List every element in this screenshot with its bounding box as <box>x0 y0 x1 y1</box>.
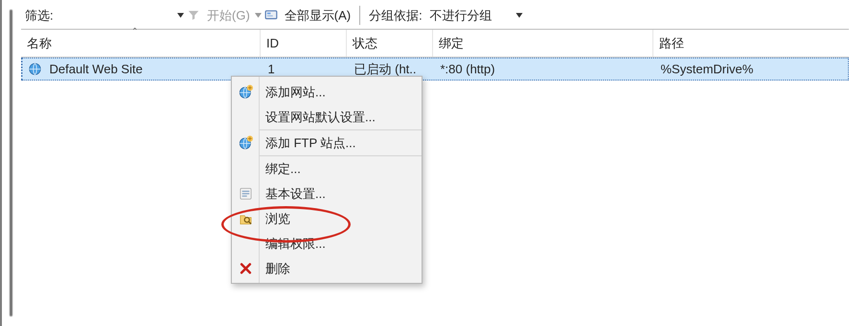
column-header-name[interactable]: 名称 ⌃ <box>21 30 261 57</box>
left-edge-decoration <box>2 0 21 326</box>
globe-new-icon <box>239 136 253 150</box>
svg-rect-0 <box>265 11 276 19</box>
properties-icon <box>239 186 253 201</box>
row-path: %SystemDrive% <box>655 62 848 77</box>
menu-basic-settings[interactable]: 基本设置... <box>232 181 422 206</box>
group-by-label: 分组依据: <box>365 7 426 24</box>
menu-bindings-label: 绑定... <box>265 161 301 177</box>
start-dropdown-icon <box>255 13 262 18</box>
row-name: Default Web Site <box>49 62 143 77</box>
row-binding: *:80 (http) <box>434 62 655 77</box>
menu-bindings[interactable]: 绑定... <box>232 156 422 181</box>
group-by-dropdown-icon[interactable] <box>516 13 523 18</box>
column-header-name-label: 名称 <box>27 35 52 52</box>
delete-icon <box>239 261 253 276</box>
column-header-binding-label: 绑定 <box>439 35 464 52</box>
menu-edit-permissions-label: 编辑权限... <box>265 235 326 252</box>
column-header-state[interactable]: 状态 <box>347 30 433 57</box>
column-header-binding[interactable]: 绑定 <box>433 30 653 57</box>
svg-rect-1 <box>267 12 270 14</box>
show-all-icon[interactable] <box>264 9 278 22</box>
column-header-path-label: 路径 <box>659 35 684 52</box>
menu-edit-permissions[interactable]: 编辑权限... <box>232 231 422 256</box>
context-menu: 添加网站... 设置网站默认设置... 添加 FTP 站点... 绑定... <box>231 76 423 284</box>
menu-browse-label: 浏览 <box>265 210 290 227</box>
group-by-value[interactable]: 不进行分组 <box>426 7 515 24</box>
menu-site-defaults[interactable]: 设置网站默认设置... <box>232 105 422 129</box>
menu-browse[interactable]: 浏览 <box>232 206 422 231</box>
menu-basic-settings-label: 基本设置... <box>265 186 326 202</box>
column-header-row: 名称 ⌃ ID 状态 绑定 路径 <box>21 30 849 58</box>
svg-rect-2 <box>267 15 273 16</box>
menu-add-ftp-label: 添加 FTP 站点... <box>265 135 356 151</box>
toolbar: 筛选: 开始(G) 全部显示(A) 分组依据: 不进行分组 <box>21 0 849 30</box>
filter-label: 筛选: <box>21 7 62 24</box>
svg-rect-9 <box>242 191 250 192</box>
column-header-path[interactable]: 路径 <box>653 30 849 57</box>
column-header-state-label: 状态 <box>353 35 377 52</box>
column-header-id-label: ID <box>266 36 279 51</box>
sort-asc-icon: ⌃ <box>131 26 138 36</box>
funnel-icon <box>187 9 200 22</box>
toolbar-separator <box>359 6 360 25</box>
folder-search-icon <box>239 211 253 226</box>
table-row[interactable]: Default Web Site 1 已启动 (ht.. *:80 (http)… <box>21 58 849 81</box>
globe-icon <box>28 62 42 76</box>
menu-delete[interactable]: 删除 <box>232 256 422 281</box>
menu-add-ftp[interactable]: 添加 FTP 站点... <box>232 130 422 155</box>
menu-add-website-label: 添加网站... <box>265 84 326 101</box>
svg-rect-11 <box>242 196 247 197</box>
show-all-button[interactable]: 全部显示(A) <box>281 7 355 24</box>
menu-site-defaults-label: 设置网站默认设置... <box>265 109 376 126</box>
menu-delete-label: 删除 <box>265 260 290 277</box>
globe-new-icon <box>239 85 253 99</box>
menu-add-website[interactable]: 添加网站... <box>232 80 422 105</box>
filter-dropdown-icon[interactable] <box>177 13 184 18</box>
start-button: 开始(G) <box>203 7 254 24</box>
filter-input[interactable] <box>62 7 176 24</box>
column-header-id[interactable]: ID <box>261 30 347 57</box>
row-id: 1 <box>262 62 348 77</box>
row-state: 已启动 (ht.. <box>348 61 434 78</box>
svg-rect-10 <box>242 193 250 195</box>
